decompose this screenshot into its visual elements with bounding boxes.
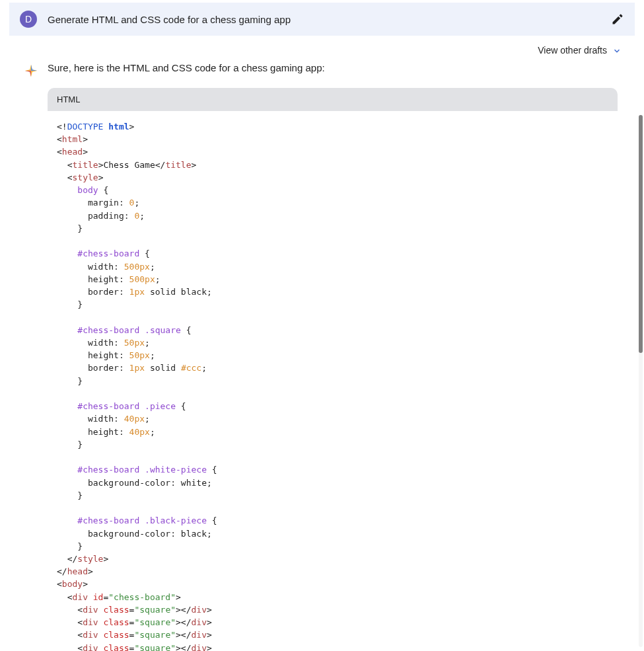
avatar-letter: D [25,14,32,24]
user-avatar: D [20,11,37,28]
sparkle-icon [24,63,38,78]
scrollbar-thumb[interactable] [639,115,643,353]
response-card: View other drafts Sure, here is the HTML… [9,36,635,651]
view-other-drafts-button[interactable]: View other drafts [538,45,620,56]
response-intro-text: Sure, here is the HTML and CSS code for … [48,62,620,73]
drafts-row: View other drafts [9,36,635,59]
code-language-label: HTML [48,88,618,111]
edit-icon[interactable] [611,13,624,26]
user-prompt-row: D Generate HTML and CSS code for a chess… [9,3,635,36]
code-body[interactable]: <!DOCTYPE html> <html> <head> <title>Che… [48,111,618,651]
code-block: HTML <!DOCTYPE html> <html> <head> <titl… [48,88,618,651]
drafts-link-text: View other drafts [538,45,607,56]
prompt-text: Generate HTML and CSS code for a chess g… [48,14,603,25]
chevron-down-icon [612,46,620,54]
